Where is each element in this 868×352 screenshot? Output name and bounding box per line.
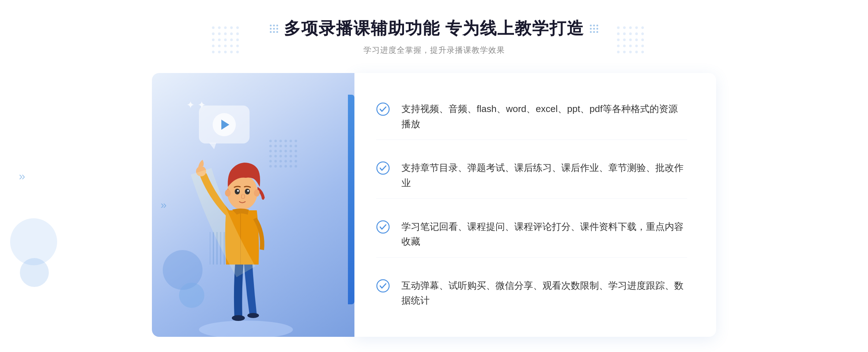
character-illustration <box>174 120 311 337</box>
svg-point-33 <box>635 33 638 35</box>
svg-point-35 <box>617 39 620 41</box>
feature-text-1: 支持视频、音频、flash、word、excel、ppt、pdf等各种格式的资源… <box>401 102 687 132</box>
svg-point-11 <box>218 39 221 41</box>
svg-point-2 <box>224 26 227 29</box>
subtitle-text: 学习进度全掌握，提升录播课教学效果 <box>270 45 599 56</box>
svg-point-94 <box>232 315 245 321</box>
feature-text-2: 支持章节目录、弹题考试、课后练习、课后作业、章节测验、批改作业 <box>401 160 687 190</box>
feature-item-4: 互动弹幕、试听购买、微信分享、观看次数限制、学习进度跟踪、数据统计 <box>376 270 687 316</box>
svg-point-106 <box>377 162 389 174</box>
svg-point-31 <box>623 33 626 35</box>
svg-point-15 <box>212 44 214 47</box>
svg-point-100 <box>254 189 260 197</box>
svg-point-99 <box>225 189 231 197</box>
svg-point-47 <box>629 51 632 53</box>
dots-right <box>615 20 658 63</box>
svg-point-27 <box>629 26 632 29</box>
svg-point-16 <box>218 44 221 47</box>
check-icon-2 <box>376 161 390 175</box>
svg-point-107 <box>377 221 389 233</box>
svg-point-93 <box>199 321 293 337</box>
svg-point-25 <box>617 26 620 29</box>
dots-left <box>210 20 253 63</box>
svg-point-42 <box>629 44 632 47</box>
svg-point-28 <box>635 26 638 29</box>
feature-item-3: 学习笔记回看、课程提问、课程评论打分、课件资料下载，重点内容收藏 <box>376 211 687 258</box>
svg-point-0 <box>212 26 214 29</box>
svg-point-29 <box>641 26 644 29</box>
svg-point-46 <box>623 51 626 53</box>
svg-point-48 <box>635 51 638 53</box>
svg-point-4 <box>236 26 239 29</box>
svg-point-5 <box>212 33 214 35</box>
feature-item-2: 支持章节目录、弹题考试、课后练习、课后作业、章节测验、批改作业 <box>376 153 687 199</box>
check-icon-3 <box>376 220 390 234</box>
svg-point-102 <box>245 189 250 194</box>
illus-left-arrows: » <box>161 199 167 211</box>
svg-point-26 <box>623 26 626 29</box>
svg-point-18 <box>230 44 233 47</box>
svg-point-36 <box>623 39 626 41</box>
svg-point-49 <box>641 51 644 53</box>
svg-point-40 <box>617 44 620 47</box>
svg-point-24 <box>236 51 239 53</box>
blue-accent-bar <box>348 95 354 304</box>
svg-point-10 <box>212 39 214 41</box>
svg-point-105 <box>377 103 389 115</box>
svg-point-20 <box>212 51 214 53</box>
sparkle-icon: ✦ ✦ <box>186 100 206 110</box>
feature-text-3: 学习笔记回看、课程提问、课程评论打分、课件资料下载，重点内容收藏 <box>401 219 687 249</box>
svg-point-12 <box>224 39 227 41</box>
svg-point-32 <box>629 33 632 35</box>
page-left-arrows: » <box>19 169 25 183</box>
feature-text-4: 互动弹幕、试听购买、微信分享、观看次数限制、学习进度跟踪、数据统计 <box>401 278 687 308</box>
main-title: 多项录播课辅助功能 专为线上教学打造 <box>270 17 599 40</box>
svg-point-9 <box>236 33 239 35</box>
svg-point-3 <box>230 26 233 29</box>
title-dots-left <box>270 25 278 33</box>
svg-point-30 <box>617 33 620 35</box>
svg-point-7 <box>224 33 227 35</box>
page-wrapper: » <box>0 0 868 352</box>
svg-point-44 <box>641 44 644 47</box>
page-header: 多项录播课辅助功能 专为线上教学打造 学习进度全掌握，提升录播课教学效果 <box>270 17 599 56</box>
svg-point-14 <box>236 39 239 41</box>
title-text: 多项录播课辅助功能 专为线上教学打造 <box>284 17 584 40</box>
check-icon-1 <box>376 102 390 116</box>
svg-point-45 <box>617 51 620 53</box>
illustration-panel: ✦ ✦ <box>152 73 354 337</box>
svg-point-43 <box>635 44 638 47</box>
svg-point-37 <box>629 39 632 41</box>
svg-point-17 <box>224 44 227 47</box>
svg-point-104 <box>247 190 249 192</box>
check-icon-4 <box>376 279 390 293</box>
svg-point-13 <box>230 39 233 41</box>
svg-point-8 <box>230 33 233 35</box>
svg-point-6 <box>218 33 221 35</box>
content-panel: 支持视频、音频、flash、word、excel、ppt、pdf等各种格式的资源… <box>354 73 716 337</box>
svg-point-1 <box>218 26 221 29</box>
svg-point-103 <box>237 190 239 192</box>
bg-circle-2 <box>20 258 49 287</box>
svg-point-108 <box>377 280 389 292</box>
svg-point-19 <box>236 44 239 47</box>
feature-item-1: 支持视频、音频、flash、word、excel、ppt、pdf等各种格式的资源… <box>376 94 687 140</box>
svg-point-41 <box>623 44 626 47</box>
title-dots-right <box>590 25 598 33</box>
svg-point-22 <box>224 51 227 53</box>
svg-point-38 <box>635 39 638 41</box>
svg-point-101 <box>235 189 240 194</box>
svg-point-39 <box>641 39 644 41</box>
svg-point-95 <box>247 313 259 318</box>
svg-point-21 <box>218 51 221 53</box>
svg-point-23 <box>230 51 233 53</box>
svg-point-34 <box>641 33 644 35</box>
content-area: ✦ ✦ <box>152 73 716 337</box>
